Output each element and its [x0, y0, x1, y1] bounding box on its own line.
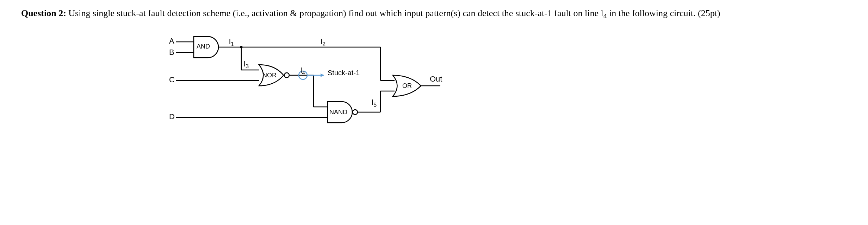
question-body-2: in the following circuit. (25pt): [607, 8, 720, 18]
fault-label: Stuck-at-1: [328, 69, 360, 77]
question-sub-1: 4: [603, 12, 607, 20]
input-a-label: A: [169, 37, 174, 46]
l5-label: l5: [372, 98, 377, 108]
l1-label: l1: [229, 37, 234, 47]
input-c-label: C: [169, 75, 175, 84]
question-label: Question 2:: [21, 8, 66, 18]
and-gate-label: AND: [197, 43, 210, 50]
fault-arrow-head: [321, 73, 324, 77]
nand-gate-label: NAND: [329, 109, 347, 116]
output-label: Out: [430, 75, 442, 84]
nor-gate-label: NOR: [262, 72, 277, 79]
l3-label: l3: [244, 59, 249, 70]
input-d-label: D: [169, 112, 175, 121]
svg-point-0: [284, 73, 289, 78]
svg-point-1: [353, 110, 358, 115]
circuit-diagram: A B C D AND NOR NAND OR l1 l2 l3 l4 l5 S…: [162, 30, 847, 153]
l4-label: l4: [300, 66, 305, 76]
question-text: Question 2: Using single stuck-at fault …: [21, 7, 847, 21]
l2-label: l2: [321, 37, 326, 47]
circuit-svg: [162, 30, 550, 153]
question-body-1: Using single stuck-at fault detection sc…: [66, 8, 603, 18]
or-gate-label: OR: [402, 82, 412, 90]
input-b-label: B: [169, 48, 174, 57]
